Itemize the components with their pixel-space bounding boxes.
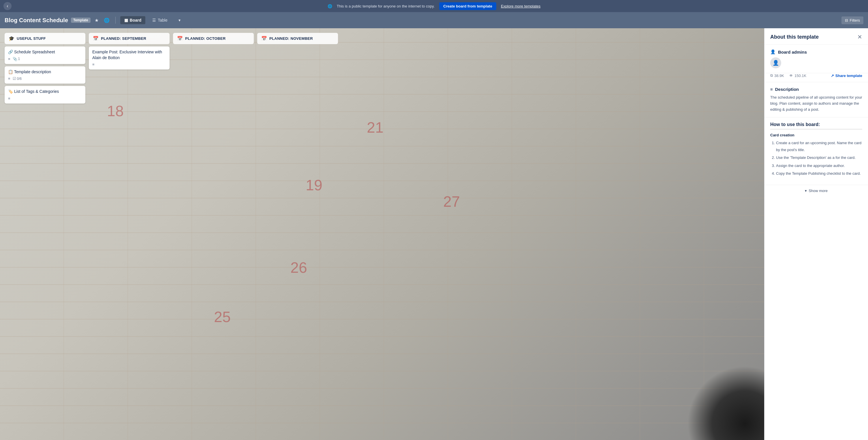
card-title-schedule: 🔗 Schedule Spreadsheet — [8, 49, 82, 55]
description-icon-template: ≡ — [8, 76, 10, 81]
globe-button[interactable]: 🌐 — [103, 17, 111, 24]
column-header-september: 📅 PLANNED: SEPTEMBER — [89, 33, 169, 44]
card-creation-title: Card creation — [770, 133, 862, 137]
tag-icon: 🏷️ — [8, 89, 14, 94]
board-admins-row: 👤 — [770, 57, 862, 68]
description-icon-interview: ≡ — [92, 62, 95, 67]
globe-icon: 🌐 — [328, 4, 332, 8]
stats-row: ⧉ 38.9K 👁 150.1K ↗ Share template — [765, 73, 868, 82]
column-header-november: 📅 PLANNED: NOVEMBER — [257, 33, 338, 44]
board-title: Blog Content Schedule — [5, 17, 68, 24]
header-right: ⊟ Filters — [841, 17, 863, 24]
top-banner: ‹ 🌐 This is a public template for anyone… — [0, 0, 868, 12]
board-admins-section: 👤 Board admins 👤 — [765, 45, 868, 73]
header-divider — [115, 17, 116, 24]
step-3: Assign the card to the appropriate autho… — [776, 162, 862, 169]
show-more-button[interactable]: ▾ Show more — [765, 185, 868, 196]
card-icons-template-desc: ≡ ☑ 0/6 — [8, 76, 82, 81]
copy-count: 38.9K — [774, 73, 784, 78]
description-icon-schedule: ≡ — [8, 57, 10, 61]
card-title-list-tags: 🏷️ List of Tags & Categories — [8, 89, 82, 95]
copy-stat: ⧉ 38.9K — [770, 73, 784, 78]
checklist-icon-template: ☑ 0/6 — [13, 76, 22, 81]
column-header-october: 📅 PLANNED: OCTOBER — [173, 33, 254, 44]
column-useful-stuff: 🎓 USEFUL STUFF 🔗 Schedule Spreadsheet ≡ … — [5, 33, 85, 103]
view-count: 150.1K — [795, 73, 806, 78]
card-exclusive-interview[interactable]: Example Post: Exclusive Interview with A… — [89, 46, 169, 69]
board-area: 18 21 19 27 26 25 🎓 USEFUL STUFF 🔗 Sched… — [0, 28, 764, 440]
columns-container: 🎓 USEFUL STUFF 🔗 Schedule Spreadsheet ≡ … — [0, 28, 764, 440]
person-icon: 👤 — [770, 49, 776, 55]
card-list-tags[interactable]: 🏷️ List of Tags & Categories ≡ — [5, 86, 85, 103]
description-title: ≡ Description — [770, 87, 862, 92]
admin-avatar: 👤 — [770, 57, 781, 68]
table-icon: ☰ — [152, 18, 156, 23]
table-label: Table — [158, 18, 167, 23]
card-icons-interview: ≡ — [92, 62, 166, 67]
step-1: Create a card for an upcoming post. Name… — [776, 139, 862, 153]
panel-close-button[interactable]: ✕ — [857, 33, 862, 40]
filters-label: Filters — [850, 18, 860, 23]
share-icon: ↗ — [831, 73, 834, 78]
how-to-title: How to use this board: — [770, 122, 862, 127]
description-section: ≡ Description The scheduled pipeline of … — [765, 82, 868, 117]
chevron-icon: ▾ — [179, 18, 181, 23]
how-to-list: Create a card for an upcoming post. Name… — [770, 139, 862, 177]
view-stat: 👁 150.1K — [789, 73, 806, 78]
column-icon-september: 📅 — [93, 36, 99, 41]
description-icon-tags: ≡ — [8, 96, 10, 101]
step-4: Copy the Template Publishing checklist t… — [776, 170, 862, 177]
column-planned-october: 📅 PLANNED: OCTOBER — [173, 33, 254, 44]
panel-header: About this template ✕ — [765, 28, 868, 45]
how-to-divider — [770, 129, 862, 129]
view-icon: 👁 — [789, 73, 793, 78]
column-title-september: PLANNED: SEPTEMBER — [101, 36, 146, 41]
header: Blog Content Schedule Template ★ 🌐 ▦ Boa… — [0, 12, 868, 28]
main-layout: 18 21 19 27 26 25 🎓 USEFUL STUFF 🔗 Sched… — [0, 28, 868, 440]
right-panel: About this template ✕ 👤 Board admins 👤 ⧉… — [764, 28, 868, 440]
attachment-icon-schedule: 📎 1 — [13, 57, 20, 61]
column-planned-november: 📅 PLANNED: NOVEMBER — [257, 33, 338, 44]
column-title-november: PLANNED: NOVEMBER — [269, 36, 313, 41]
card-icons-list-tags: ≡ — [8, 96, 82, 101]
panel-title: About this template — [770, 34, 819, 40]
template-badge: Template — [71, 18, 91, 23]
card-title-interview: Example Post: Exclusive Interview with A… — [92, 49, 166, 61]
card-template-description[interactable]: 📋 Template description ≡ ☑ 0/6 — [5, 66, 85, 84]
filters-icon: ⊟ — [845, 18, 848, 23]
card-title-template-desc: 📋 Template description — [8, 69, 82, 75]
board-icon: ▦ — [124, 18, 128, 23]
board-view-button[interactable]: ▦ Board — [120, 16, 145, 24]
show-more-label: Show more — [809, 189, 828, 193]
description-icon: ≡ — [770, 87, 773, 92]
copy-icon: ⧉ — [770, 73, 773, 78]
template-icon: 📋 — [8, 69, 14, 74]
create-board-button[interactable]: Create board from template — [439, 2, 496, 10]
column-title-october: PLANNED: OCTOBER — [185, 36, 225, 41]
step-2: Use the 'Template Description' as a for … — [776, 154, 862, 161]
filters-button[interactable]: ⊟ Filters — [841, 17, 863, 24]
column-planned-september: 📅 PLANNED: SEPTEMBER Example Post: Exclu… — [89, 33, 169, 69]
column-icon-october: 📅 — [177, 36, 183, 41]
view-more-button[interactable]: ▾ — [175, 16, 185, 24]
column-header-useful-stuff: 🎓 USEFUL STUFF — [5, 33, 85, 44]
star-button[interactable]: ★ — [93, 17, 100, 24]
share-template-button[interactable]: ↗ Share template — [831, 73, 862, 78]
avatar-icon: 👤 — [773, 60, 779, 66]
column-icon-november: 📅 — [261, 36, 267, 41]
table-view-button[interactable]: ☰ Table — [148, 16, 171, 24]
card-icons-schedule: ≡ 📎 1 — [8, 57, 82, 61]
share-label: Share template — [835, 73, 862, 78]
column-title-useful-stuff: USEFUL STUFF — [17, 36, 46, 41]
board-label: Board — [130, 18, 141, 23]
description-text: The scheduled pipeline of all upcoming c… — [770, 95, 862, 113]
back-button[interactable]: ‹ — [3, 2, 11, 10]
banner-text: This is a public template for anyone on … — [337, 4, 435, 8]
card-schedule-spreadsheet[interactable]: 🔗 Schedule Spreadsheet ≡ 📎 1 — [5, 46, 85, 64]
link-icon: 🔗 — [8, 50, 14, 54]
board-admins-title: 👤 Board admins — [770, 49, 862, 55]
explore-templates-button[interactable]: Explore more templates — [501, 4, 540, 8]
chevron-down-icon: ▾ — [805, 189, 807, 193]
column-icon-useful-stuff: 🎓 — [9, 36, 14, 41]
how-to-section: How to use this board: Card creation Cre… — [765, 117, 868, 183]
